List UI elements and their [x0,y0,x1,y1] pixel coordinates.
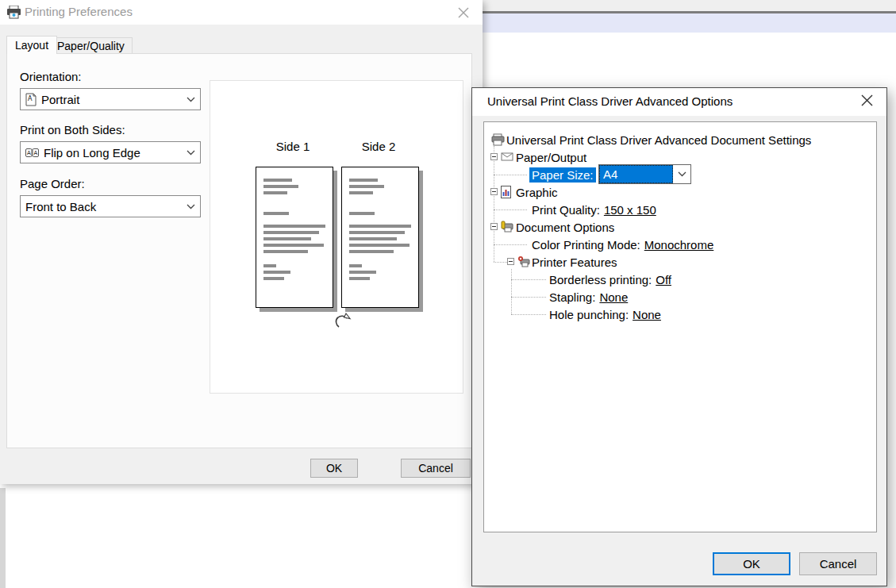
paper-size-label: Paper Size: [529,167,596,183]
both-sides-value: Flip on Long Edge [44,146,183,159]
title-bar[interactable]: Universal Print Class Driver Advanced Op… [472,88,886,116]
cancel-button[interactable]: Cancel [401,459,471,478]
background-left-strip [0,488,6,588]
tree-item-color-printing-mode: Color Printing Mode: Monochrome [484,236,876,253]
preview-page-side2 [341,167,419,308]
tab-layout[interactable]: Layout [6,36,57,54]
chevron-down-icon [187,97,195,102]
flip-rotation-icon [333,312,354,332]
background-window-edge [476,0,896,11]
tree-item-borderless-printing: Borderless printing: Off [484,271,876,288]
desktop: Printing Preferences Paper/Quality Layou… [0,0,896,588]
settings-tree: Universal Print Class Driver Advanced Do… [483,121,877,532]
svg-text:A: A [28,95,33,102]
collapse-minus-icon[interactable] [490,223,498,230]
document-options-icon [501,221,513,233]
ok-button[interactable]: OK [713,552,790,575]
chevron-down-icon [187,204,195,209]
page-order-select[interactable]: Front to Back [20,195,201,217]
graphic-icon [501,186,511,198]
orientation-value: Portrait [41,93,183,106]
dialog-title: Printing Preferences [25,5,133,18]
background-lavender-band [476,13,896,33]
color-printing-mode-value[interactable]: Monochrome [644,238,714,252]
tree-item-graphic[interactable]: Graphic [484,183,876,201]
svg-text:A: A [34,150,38,156]
tree-item-paper-size: Paper Size: A4 [484,166,876,183]
close-icon[interactable] [457,6,471,21]
paper-size-value: A4 [599,165,673,183]
paper-output-icon [501,151,513,162]
chevron-down-icon [187,150,195,156]
dialog-title: Universal Print Class Driver Advanced Op… [487,94,733,108]
flip-long-edge-icon: A A [25,148,39,158]
tree-item-root[interactable]: Universal Print Class Driver Advanced Do… [484,131,876,148]
printing-preferences-dialog: Printing Preferences Paper/Quality Layou… [0,0,483,484]
tree-item-stapling: Stapling: None [484,288,876,306]
layout-tab-panel: Orientation: A Portrait Print on Both Si… [6,53,472,448]
title-bar[interactable]: Printing Preferences [0,0,483,25]
paper-size-select[interactable]: A4 [598,164,691,184]
svg-text:A: A [27,150,31,156]
duplex-preview: Side 1 Side 2 [210,80,463,394]
tab-paper-quality[interactable]: Paper/Quality [49,37,133,54]
preview-page-side1 [256,167,333,308]
collapse-minus-icon[interactable] [490,188,498,195]
printer-icon [6,6,21,21]
tab-label: Layout [15,39,48,52]
ok-button[interactable]: OK [310,459,358,478]
portrait-page-icon: A [25,93,37,106]
advanced-options-dialog: Universal Print Class Driver Advanced Op… [471,87,887,586]
tree-item-print-quality: Print Quality: 150 x 150 [484,201,876,218]
printer-features-icon [517,256,530,267]
page-order-value: Front to Back [25,200,183,213]
tab-label: Paper/Quality [57,40,125,52]
document-settings-icon [491,133,505,146]
print-quality-value[interactable]: 150 x 150 [604,203,656,217]
chevron-down-icon [673,165,690,183]
close-icon[interactable] [860,94,876,110]
both-sides-label: Print on Both Sides: [20,123,125,136]
page-order-label: Page Order: [20,177,85,190]
side2-label: Side 2 [351,140,406,153]
cancel-button[interactable]: Cancel [799,552,877,575]
collapse-minus-icon[interactable] [490,153,498,160]
hole-punching-value[interactable]: None [633,308,661,321]
orientation-label: Orientation: [20,70,82,83]
collapse-minus-icon[interactable] [507,258,514,265]
stapling-value[interactable]: None [599,290,628,304]
tree-item-printer-features[interactable]: Printer Features [484,253,876,271]
borderless-printing-value[interactable]: Off [656,273,671,286]
tree-item-paper-output[interactable]: Paper/Output [484,148,876,166]
tree-item-hole-punching: Hole punching: None [484,306,876,323]
orientation-select[interactable]: A Portrait [20,88,201,110]
both-sides-select[interactable]: A A Flip on Long Edge [20,141,201,163]
tree-item-document-options[interactable]: Document Options [484,218,876,236]
side1-label: Side 1 [265,140,321,153]
